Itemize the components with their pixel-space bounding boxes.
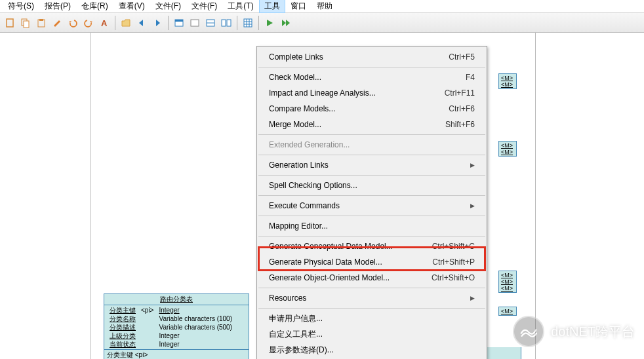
menu-sep: [258, 195, 485, 196]
tb-folder[interactable]: [119, 16, 133, 30]
erd-title: 路由分类表: [104, 294, 249, 305]
menu-file2[interactable]: 文件(F): [186, 0, 222, 13]
menu-complete-links[interactable]: Complete LinksCtrl+F5: [257, 49, 487, 65]
menu-sep: [258, 216, 485, 216]
erd-fragment-1[interactable]: <M><M>: [498, 73, 517, 89]
tb-text[interactable]: A: [97, 16, 111, 30]
menu-customize-toolbar[interactable]: 自定义工具栏...: [257, 326, 487, 342]
menu-extended-generation: Extended Generation...: [257, 137, 487, 153]
menu-gen-physical[interactable]: Generate Physical Data Model...Ctrl+Shif…: [257, 254, 487, 270]
menu-generation-links[interactable]: Generation Links: [257, 157, 487, 173]
svg-rect-4: [39, 19, 43, 21]
tb-play2[interactable]: [278, 16, 292, 30]
menu-sep: [258, 236, 485, 236]
menu-window[interactable]: 窗口: [285, 0, 312, 13]
erd-body: 分类主键<pi>Integer 分类名称Variable characters …: [104, 305, 249, 349]
ruler-line-1: [90, 33, 91, 359]
menu-sep: [258, 155, 485, 155]
table-row: 分类描述Variable characters (500): [107, 323, 235, 331]
erd-fragment-3[interactable]: <M><M><M>: [498, 271, 517, 293]
tb-back[interactable]: [134, 16, 149, 30]
watermark-icon: [513, 316, 544, 347]
menu-check-model[interactable]: Check Model...F4: [257, 69, 487, 85]
tb-redo[interactable]: [81, 16, 96, 30]
tb-sep4: [258, 16, 259, 30]
ruler-line-2: [535, 33, 536, 359]
erd-fragment-4[interactable]: <M>: [498, 307, 517, 316]
table-row: 分类主键<pi>Integer: [107, 306, 235, 314]
tb-paste[interactable]: [34, 16, 49, 30]
svg-text:A: A: [101, 18, 108, 28]
svg-rect-0: [7, 19, 13, 27]
menu-compare-models[interactable]: Compare Models...Ctrl+F6: [257, 101, 487, 117]
menu-help[interactable]: 帮助: [312, 0, 338, 13]
tb-edit[interactable]: [50, 16, 64, 30]
menu-file1[interactable]: 文件(F): [150, 0, 186, 13]
svg-rect-7: [175, 20, 183, 22]
svg-rect-12: [227, 20, 231, 26]
erd-fragment-2[interactable]: <M><M>: [498, 141, 517, 157]
menu-spell-checking[interactable]: Spell Checking Options...: [257, 178, 487, 193]
menu-tools1[interactable]: 工具(T): [222, 0, 258, 13]
svg-rect-13: [244, 19, 252, 27]
menu-sep: [258, 175, 485, 176]
tb-sep1: [115, 16, 115, 30]
watermark: dotNET跨平台: [513, 316, 635, 347]
table-row: 分类名称Variable characters (100): [107, 314, 235, 323]
menu-repository[interactable]: 仓库(R): [76, 0, 113, 13]
menubar: 符号(S) 报告(P) 仓库(R) 查看(V) 文件(F) 文件(F) 工具(T…: [0, 0, 644, 13]
tb-sep2: [168, 16, 169, 30]
tb-undo[interactable]: [66, 16, 80, 30]
tb-form2[interactable]: [188, 16, 202, 30]
menu-apply-userinfo[interactable]: 申请用户信息...: [257, 311, 487, 326]
menu-display-params[interactable]: 显示参数选择(D)...: [257, 342, 487, 358]
menu-impact-analysis[interactable]: Impact and Lineage Analysis...Ctrl+F11: [257, 85, 487, 101]
toolbar: A: [0, 13, 644, 33]
menu-sep: [258, 134, 485, 135]
tb-form3[interactable]: [203, 16, 218, 30]
svg-rect-2: [24, 21, 29, 28]
svg-rect-11: [222, 20, 226, 26]
menu-gen-conceptual[interactable]: Generate Conceptual Data Model...Ctrl+Sh…: [257, 238, 487, 254]
tb-copy[interactable]: [18, 16, 33, 30]
tb-grid[interactable]: [241, 16, 255, 30]
tb-form1[interactable]: [172, 16, 186, 30]
menu-report[interactable]: 报告(P): [39, 0, 76, 13]
erd-footer: 分类主键 <pi>: [104, 349, 249, 359]
menu-execute-commands[interactable]: Execute Commands: [257, 198, 487, 214]
tb-form4[interactable]: [219, 16, 233, 30]
menu-merge-model[interactable]: Merge Model...Shift+F6: [257, 117, 487, 132]
table-row: 当前状态Integer: [107, 340, 235, 349]
canvas: <M><M> <M><M> <M><M><M> <M> 路由分类表 分类主键<p…: [0, 33, 644, 359]
menu-mapping-editor[interactable]: Mapping Editor...: [257, 218, 487, 234]
tb-play[interactable]: [262, 16, 277, 30]
menu-view[interactable]: 查看(V): [113, 0, 150, 13]
erd-entity-route-category[interactable]: 路由分类表 分类主键<pi>Integer 分类名称Variable chara…: [104, 293, 249, 359]
menu-resources[interactable]: Resources: [257, 290, 487, 306]
menu-sep: [258, 308, 485, 309]
tools-dropdown: Complete LinksCtrl+F5 Check Model...F4 I…: [256, 46, 487, 359]
tb-sep3: [237, 16, 237, 30]
menu-sep: [258, 288, 485, 288]
watermark-text: dotNET跨平台: [551, 323, 635, 341]
menu-symbols[interactable]: 符号(S): [3, 0, 39, 13]
menu-gen-oo[interactable]: Generate Object-Oriented Model...Ctrl+Sh…: [257, 270, 487, 286]
menu-tools2[interactable]: 工具: [259, 0, 285, 13]
table-row: 上级分类Integer: [107, 331, 235, 340]
menu-sep: [258, 67, 485, 67]
svg-rect-8: [191, 20, 199, 26]
tb-new[interactable]: [3, 16, 17, 30]
tb-forward[interactable]: [150, 16, 165, 30]
